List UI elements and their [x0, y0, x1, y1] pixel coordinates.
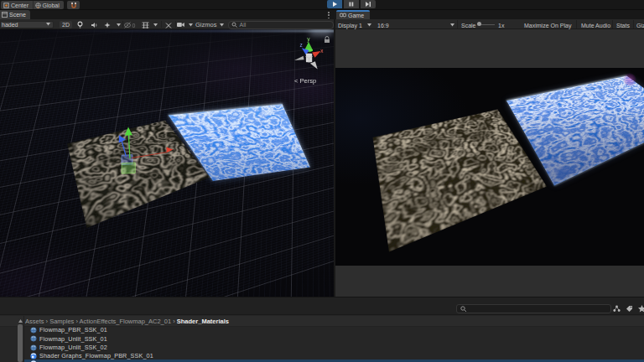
svg-text:y: y — [307, 36, 310, 43]
svg-text:0: 0 — [132, 23, 136, 28]
svg-text:z: z — [300, 42, 303, 48]
svg-text:x: x — [320, 48, 324, 54]
